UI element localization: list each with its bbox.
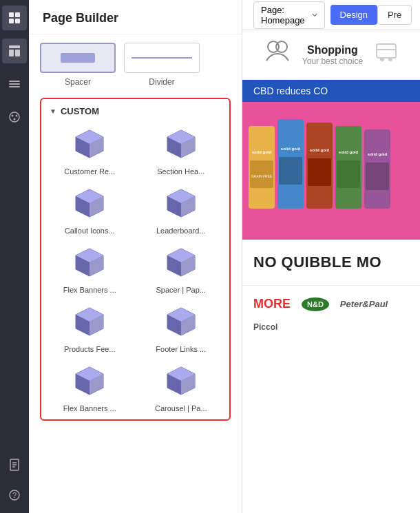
shopping-right-icon: [374, 40, 399, 70]
svg-rect-6: [15, 50, 20, 56]
cube-icon-products-fee: [67, 302, 112, 341]
page-selector-label: Page: Homepage: [261, 5, 308, 25]
spacer-element[interactable]: Spacer: [40, 43, 116, 87]
left-navigation: ?: [0, 0, 29, 513]
svg-point-62: [276, 41, 287, 52]
nav-palette-icon[interactable]: [2, 105, 27, 129]
shopping-icon: [264, 40, 291, 70]
svg-rect-2: [9, 19, 14, 23]
svg-point-11: [12, 115, 14, 117]
svg-rect-76: [308, 158, 331, 186]
panel-title: Page Builder: [29, 0, 242, 34]
nav-builder-icon[interactable]: [2, 39, 27, 63]
custom-label-flex-banners-1: Flex Banners ...: [63, 286, 116, 294]
svg-rect-7: [9, 81, 20, 82]
cube-icon-section-hea: [159, 125, 203, 163]
custom-label-customer-re: Customer Re...: [64, 167, 115, 176]
custom-arrow-icon: ▼: [50, 107, 56, 115]
svg-rect-5: [9, 50, 14, 56]
custom-section: ▼ CUSTOM Customer Re...: [40, 98, 231, 421]
brand-piccol: Piccol: [253, 322, 277, 332]
standard-elements-row: Spacer Divider: [40, 43, 231, 87]
cube-icon-callout-icons: [67, 184, 112, 222]
svg-point-66: [388, 57, 392, 61]
custom-header: ▼ CUSTOM: [50, 106, 221, 116]
svg-rect-63: [377, 44, 396, 58]
custom-item-carousel-pa[interactable]: Carousel | Pa...: [141, 362, 222, 412]
custom-label-flex-banners-2: Flex Banners ...: [63, 404, 116, 412]
custom-item-spacer-pap[interactable]: Spacer | Pap...: [141, 243, 222, 294]
brand-peter-paul: Peter&Paul: [340, 299, 388, 309]
preview-button[interactable]: Pre: [377, 5, 412, 25]
svg-point-65: [380, 57, 384, 61]
svg-point-12: [16, 115, 18, 117]
svg-rect-79: [337, 160, 360, 188]
svg-text:solid gold: solid gold: [252, 150, 272, 154]
svg-rect-9: [9, 86, 20, 87]
cube-icon-customer-re: [67, 125, 112, 163]
preview-topbar: Page: Homepage Design Pre: [242, 0, 420, 30]
svg-point-13: [14, 118, 16, 121]
svg-rect-8: [9, 83, 20, 85]
shopping-text: Shopping Your best choice: [302, 44, 363, 66]
custom-item-footer-links[interactable]: Footer Links ...: [141, 302, 222, 353]
spacer-label: Spacer: [65, 77, 91, 87]
svg-rect-1: [15, 12, 20, 17]
svg-rect-82: [366, 163, 389, 190]
custom-items-grid: Customer Re... Section Hea...: [50, 125, 221, 412]
marquee-bar: CBD reduces CO: [242, 80, 420, 102]
brand-more: MORE: [253, 297, 291, 311]
divider-element[interactable]: Divider: [124, 43, 200, 87]
svg-text:solid gold: solid gold: [368, 152, 388, 156]
brand-nd: N&D: [302, 297, 329, 311]
svg-rect-0: [9, 12, 14, 17]
spacer-preview: [40, 43, 116, 73]
custom-label-leaderboard: Leaderboard...: [156, 227, 206, 235]
divider-preview: [124, 43, 200, 73]
nav-layers-icon[interactable]: [2, 72, 27, 96]
design-button[interactable]: Design: [330, 5, 377, 25]
brands-row: MORE N&D Peter&Paul Piccol: [242, 285, 420, 343]
custom-label-section-hea: Section Hea...: [157, 167, 204, 176]
product-banner: solid gold GRAIN FREE solid gold solid g…: [242, 102, 420, 240]
svg-rect-20: [61, 53, 95, 63]
shopping-title: Shopping: [302, 44, 363, 56]
custom-item-leaderboard[interactable]: Leaderboard...: [141, 184, 222, 235]
cube-icon-leaderboard: [159, 184, 203, 222]
quibble-section: NO QUIBBLE MO: [242, 240, 420, 285]
custom-item-callout-icons[interactable]: Callout Icons...: [50, 184, 130, 235]
cube-icon-flex-banners-1: [67, 243, 112, 282]
svg-text:solid gold: solid gold: [310, 148, 330, 152]
preview-content: Shopping Your best choice CBD reduces CO: [242, 30, 420, 513]
panel-scroll-area[interactable]: Spacer Divider ▼ CUSTOM: [29, 34, 242, 513]
marquee-text: CBD reduces CO: [253, 85, 328, 96]
svg-text:GRAIN FREE: GRAIN FREE: [251, 174, 273, 178]
page-builder-panel: Page Builder Spacer Divider ▼ CU: [29, 0, 242, 513]
custom-label-spacer-pap: Spacer | Pap...: [156, 286, 206, 294]
custom-item-section-hea[interactable]: Section Hea...: [141, 125, 222, 176]
page-selector-dropdown[interactable]: Page: Homepage: [253, 1, 325, 29]
nav-help-icon[interactable]: ?: [2, 483, 27, 507]
custom-label-footer-links: Footer Links ...: [156, 345, 206, 353]
custom-item-flex-banners-2[interactable]: Flex Banners ...: [50, 362, 130, 412]
svg-rect-3: [15, 19, 20, 23]
shopping-bar: Shopping Your best choice: [242, 30, 420, 80]
nav-logo-icon[interactable]: [2, 6, 27, 30]
custom-header-label: CUSTOM: [61, 106, 99, 116]
custom-label-products-fee: Products Fee...: [64, 345, 116, 353]
nav-pages-icon[interactable]: [2, 452, 27, 477]
custom-item-flex-banners-1[interactable]: Flex Banners ...: [50, 243, 130, 294]
svg-text:solid gold: solid gold: [281, 147, 301, 151]
svg-text:solid gold: solid gold: [339, 150, 359, 154]
divider-label: Divider: [149, 77, 174, 87]
svg-point-10: [10, 112, 19, 122]
shopping-subtitle: Your best choice: [302, 56, 363, 66]
custom-item-products-fee[interactable]: Products Fee...: [50, 302, 130, 353]
cube-icon-flex-banners-2: [67, 362, 112, 400]
quibble-title: NO QUIBBLE MO: [253, 253, 409, 271]
cube-icon-carousel-pa: [159, 362, 203, 400]
cube-icon-spacer-pap: [159, 243, 203, 282]
svg-text:?: ?: [12, 491, 17, 499]
preview-area: Page: Homepage Design Pre Shopping Your …: [242, 0, 420, 513]
custom-item-customer-re[interactable]: Customer Re...: [50, 125, 130, 176]
